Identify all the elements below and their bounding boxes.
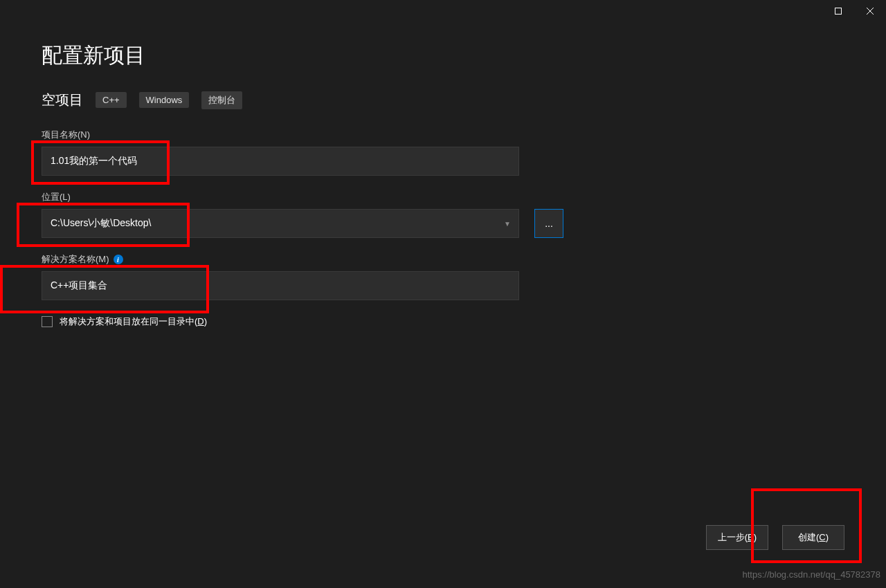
tag-console: 控制台 bbox=[201, 91, 242, 109]
project-name-label: 项目名称(N) bbox=[42, 129, 844, 141]
page-title: 配置新项目 bbox=[42, 42, 844, 70]
close-button[interactable] bbox=[854, 0, 886, 22]
location-select-wrapper: ▼ bbox=[42, 209, 519, 238]
close-icon bbox=[867, 8, 874, 15]
browse-button[interactable]: ... bbox=[534, 209, 563, 238]
info-icon[interactable]: i bbox=[114, 255, 123, 264]
maximize-icon bbox=[835, 8, 842, 15]
location-row: ▼ ... bbox=[42, 209, 844, 238]
same-directory-label[interactable]: 将解决方案和项目放在同一目录中(D) bbox=[60, 315, 207, 328]
solution-name-label-text: 解决方案名称(M) bbox=[42, 253, 109, 266]
create-button[interactable]: 创建(C) bbox=[782, 525, 844, 550]
same-directory-row: 将解决方案和项目放在同一目录中(D) bbox=[42, 315, 844, 328]
project-name-group: 项目名称(N) bbox=[42, 129, 844, 176]
solution-name-group: 解决方案名称(M) i bbox=[42, 253, 844, 300]
solution-name-label: 解决方案名称(M) i bbox=[42, 253, 844, 266]
location-label: 位置(L) bbox=[42, 191, 844, 203]
project-name-input[interactable] bbox=[42, 147, 519, 176]
tag-windows: Windows bbox=[139, 92, 190, 108]
watermark: https://blog.csdn.net/qq_45782378 bbox=[743, 569, 881, 580]
project-type-row: 空项目 C++ Windows 控制台 bbox=[42, 91, 844, 109]
footer-buttons: 上一步(B) 创建(C) bbox=[706, 525, 844, 550]
maximize-button[interactable] bbox=[822, 0, 854, 22]
svg-rect-0 bbox=[835, 8, 842, 15]
solution-name-input[interactable] bbox=[42, 271, 519, 300]
location-input[interactable] bbox=[42, 209, 519, 238]
location-group: 位置(L) ▼ ... bbox=[42, 191, 844, 238]
dialog-content: 配置新项目 空项目 C++ Windows 控制台 项目名称(N) 位置(L) … bbox=[0, 0, 886, 328]
window-controls bbox=[822, 0, 886, 22]
back-button[interactable]: 上一步(B) bbox=[706, 525, 768, 550]
project-type-name: 空项目 bbox=[42, 91, 83, 109]
same-directory-checkbox[interactable] bbox=[42, 316, 53, 327]
tag-cpp: C++ bbox=[96, 92, 127, 108]
